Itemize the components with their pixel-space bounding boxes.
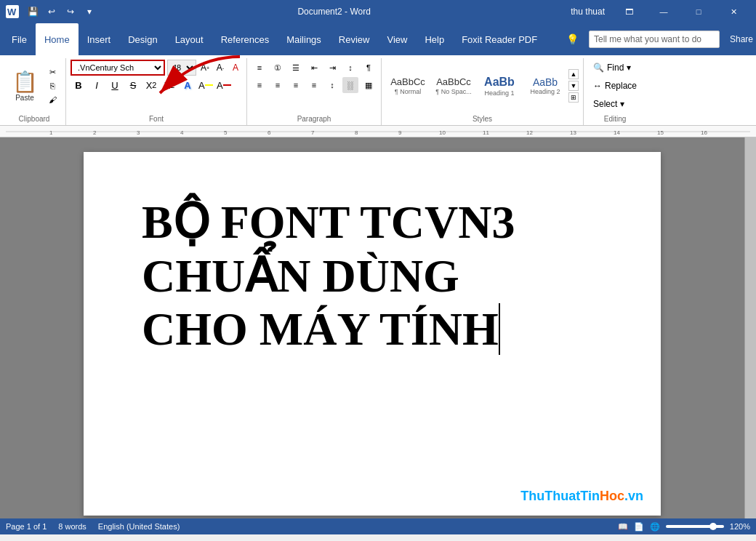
quick-access-toolbar: 💾 ↩ ↪ ▾ — [25, 4, 97, 20]
bold-button[interactable]: B — [71, 77, 87, 93]
svg-text:15: 15 — [657, 129, 664, 136]
paste-button[interactable]: 📋 Paste — [7, 65, 42, 107]
font-size-select[interactable]: 48 — [167, 60, 196, 76]
font-color-button[interactable]: A — [216, 77, 232, 93]
style-normal[interactable]: AaBbCc ¶ Normal — [386, 65, 430, 106]
svg-text:11: 11 — [483, 129, 489, 136]
menu-help[interactable]: Help — [416, 23, 453, 55]
find-button[interactable]: 🔍 Find ▾ — [588, 60, 636, 76]
font-name-select[interactable]: .VnCentury Sch — [71, 60, 165, 76]
strikethrough-button[interactable]: S — [125, 77, 141, 93]
style-heading1[interactable]: AaBb Heading 1 — [478, 65, 521, 106]
cut-button[interactable]: ✂ — [44, 65, 61, 79]
svg-text:2: 2 — [93, 129, 97, 136]
ribbon-font-group: .VnCentury Sch 48 A+ A- A B I U S X2 X2 … — [66, 58, 247, 125]
clipboard-group-label: Clipboard — [6, 113, 63, 125]
text-cursor — [499, 303, 500, 355]
document-page[interactable]: BỘ FONT TCVN3 CHUẨN DÙNG CHO MÁY TÍNH Th… — [84, 152, 661, 516]
zoom-slider[interactable] — [666, 525, 724, 528]
share-button[interactable]: Share — [730, 34, 753, 44]
style-heading2-label: Heading 2 — [530, 88, 560, 95]
style-heading2[interactable]: AaBb Heading 2 — [523, 65, 567, 106]
restore-button[interactable]: 🗖 — [612, 0, 646, 23]
text-effects-button[interactable]: A — [180, 77, 196, 93]
borders-button[interactable]: ▦ — [361, 77, 377, 93]
watermark-thu: Thu — [520, 489, 544, 503]
menu-foxit[interactable]: Foxit Reader PDF — [453, 23, 546, 55]
save-icon[interactable]: 💾 — [25, 4, 41, 20]
menu-design[interactable]: Design — [119, 23, 166, 55]
menu-insert[interactable]: Insert — [79, 23, 120, 55]
menu-mailings[interactable]: Mailings — [278, 23, 330, 55]
select-label: Select ▾ — [593, 99, 624, 109]
ribbon: 📋 Paste ✂ ⎘ 🖌 Clipboard .VnCentury Sch 4… — [0, 55, 756, 126]
menu-references[interactable]: References — [212, 23, 278, 55]
font-shrink-button[interactable]: A- — [214, 60, 227, 76]
underline-button[interactable]: U — [107, 77, 123, 93]
maximize-button[interactable]: □ — [682, 0, 715, 23]
watermark: ThuThuatTinHoc.vn — [520, 489, 643, 504]
close-button[interactable]: ✕ — [717, 0, 750, 23]
content-line1: BỘ FONT TCVN3 — [142, 196, 603, 249]
tell-me-input[interactable]: Tell me what you want to do — [589, 31, 720, 48]
menu-view[interactable]: View — [378, 23, 416, 55]
select-button[interactable]: Select ▾ — [588, 96, 630, 112]
bullets-button[interactable]: ≡ — [252, 60, 268, 76]
styles-scroll-buttons: ▲ ▼ ⊞ — [568, 69, 579, 103]
statusbar-right: 📖 📄 🌐 120% — [618, 522, 750, 532]
align-left-button[interactable]: ≡ — [252, 77, 268, 93]
justify-button[interactable]: ≡ — [306, 77, 322, 93]
styles-expand[interactable]: ⊞ — [568, 92, 579, 103]
menu-home[interactable]: Home — [36, 23, 79, 55]
styles-group-label: Styles — [385, 113, 580, 125]
ruler: 1 2 3 4 5 6 7 8 9 10 11 12 13 14 15 16 — [0, 126, 756, 137]
status-bar: Page 1 of 1 8 words English (United Stat… — [0, 518, 756, 534]
multilevel-button[interactable]: ☰ — [288, 60, 304, 76]
shading-button[interactable]: ░ — [342, 77, 358, 93]
undo-icon[interactable]: ↩ — [44, 4, 60, 20]
scroll-sidebar — [744, 137, 756, 518]
document-content[interactable]: BỘ FONT TCVN3 CHUẨN DÙNG CHO MÁY TÍNH — [142, 196, 603, 356]
document-scroll[interactable]: BỘ FONT TCVN3 CHUẨN DÙNG CHO MÁY TÍNH Th… — [0, 137, 744, 518]
line-spacing-button[interactable]: ↕ — [324, 77, 340, 93]
zoom-controls: 120% — [666, 522, 750, 531]
page-info: Page 1 of 1 — [6, 522, 47, 531]
superscript-button[interactable]: X2 — [161, 77, 177, 93]
copy-button[interactable]: ⎘ — [44, 79, 61, 92]
style-heading1-label: Heading 1 — [484, 89, 514, 97]
increase-indent-button[interactable]: ⇥ — [324, 60, 340, 76]
view-print-icon[interactable]: 📄 — [634, 522, 644, 532]
zoom-thumb[interactable] — [709, 523, 717, 530]
menu-file[interactable]: File — [3, 23, 36, 55]
svg-text:10: 10 — [439, 129, 446, 136]
menu-review[interactable]: Review — [330, 23, 379, 55]
view-web-icon[interactable]: 🌐 — [650, 522, 660, 532]
menu-layout[interactable]: Layout — [166, 23, 212, 55]
content-line3: CHO MÁY TÍNH — [142, 302, 603, 356]
format-painter-button[interactable]: 🖌 — [44, 93, 61, 106]
show-marks-button[interactable]: ¶ — [361, 60, 377, 76]
sort-button[interactable]: ↕ — [342, 60, 358, 76]
clear-format-button[interactable]: A — [229, 60, 242, 76]
replace-button[interactable]: ↔ Replace — [588, 78, 642, 94]
word-logo-icon: W — [6, 5, 19, 18]
highlight-color-button[interactable]: A — [198, 77, 214, 93]
font-group-label: Font — [69, 113, 244, 125]
numbering-button[interactable]: ① — [270, 60, 286, 76]
view-read-icon[interactable]: 📖 — [618, 522, 628, 532]
italic-button[interactable]: I — [89, 77, 105, 93]
customize-icon[interactable]: ▾ — [81, 4, 97, 20]
styles-scroll-down[interactable]: ▼ — [568, 81, 579, 91]
align-right-button[interactable]: ≡ — [288, 77, 304, 93]
align-center-button[interactable]: ≡ — [270, 77, 286, 93]
paragraph-group-label: Paragraph — [250, 113, 378, 125]
style-no-spacing[interactable]: AaBbCc ¶ No Spac... — [432, 65, 475, 106]
zoom-level: 120% — [730, 522, 750, 531]
subscript-button[interactable]: X2 — [143, 77, 159, 93]
find-icon: 🔍 — [593, 63, 604, 73]
redo-icon[interactable]: ↪ — [63, 4, 79, 20]
minimize-button[interactable]: — — [647, 0, 680, 23]
decrease-indent-button[interactable]: ⇤ — [306, 60, 322, 76]
styles-scroll-up[interactable]: ▲ — [568, 69, 579, 79]
font-grow-button[interactable]: A+ — [198, 60, 212, 76]
